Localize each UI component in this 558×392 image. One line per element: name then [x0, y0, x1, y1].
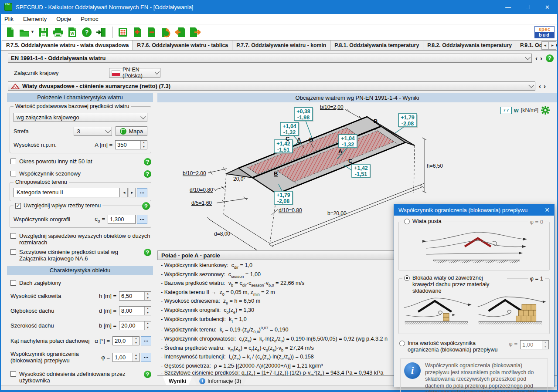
export-word-icon[interactable]: W [66, 26, 79, 39]
menu-opcje[interactable]: Opcje [56, 16, 71, 22]
tab-2[interactable]: P.7.7. Oddziaływanie wiatru - komin [232, 40, 330, 50]
menu-plik[interactable]: Plik [4, 16, 14, 22]
norm-help-icon[interactable]: ? [546, 54, 554, 62]
replace-position-icon[interactable] [160, 26, 173, 39]
return-period-row: Okres powrotu inny niż 50 lat ? [10, 158, 151, 166]
radio-custom-value[interactable] [399, 341, 405, 346]
annex-combo[interactable]: PN-EN (Polska) [109, 68, 160, 78]
norm-next-icon[interactable]: › [539, 54, 543, 62]
spinner-buttons[interactable]: ▲▼ [133, 337, 139, 345]
minimize-button[interactable]: — [498, 0, 518, 14]
tab-wyniki[interactable]: Wyniki [163, 376, 192, 385]
sunken-roof-checkbox[interactable] [10, 280, 16, 286]
orography-checkbox[interactable]: ✓ [15, 203, 21, 209]
dialog-info: i Współczynnik ograniczenia (blokowania)… [400, 358, 548, 392]
close-button[interactable]: ✕ [538, 0, 557, 14]
orography-symbol: co = [95, 216, 105, 223]
roof-icon [11, 83, 20, 90]
menu-pomoc[interactable]: Pomoc [81, 16, 98, 22]
season-factor-row: Współczynnik sezonowy ? [10, 170, 151, 178]
roof-angle-more-button[interactable]: ... [141, 336, 151, 345]
open-document-icon[interactable] [18, 26, 31, 39]
ref-height-checkbox[interactable] [10, 371, 16, 377]
calculator-icon[interactable] [116, 26, 129, 39]
blockage-input[interactable]: 1,00▲▼ [112, 353, 140, 362]
season-factor-checkbox[interactable] [10, 171, 16, 176]
tab-scroll-right-icon[interactable]: ► [549, 41, 556, 50]
menu-elementy[interactable]: Elementy [23, 16, 47, 22]
help-icon[interactable]: ? [144, 371, 151, 378]
custom-phi-input[interactable]: 1,00 ▲▼ [520, 340, 549, 349]
move-previous-icon[interactable] [174, 26, 187, 39]
terrain-category-field[interactable]: Kategoria terenu II [14, 188, 120, 197]
dialog-titlebar[interactable]: Współczynnik ograniczenia (blokowania) p… [394, 204, 554, 216]
calc-selector[interactable]: Wiaty dwuspadowe - ciśnienie sumaryczne … [8, 81, 535, 91]
spinner-buttons[interactable]: ▲▼ [133, 353, 139, 362]
move-next-icon[interactable] [188, 26, 201, 39]
toolbar: ▼ W ? spec bud [1, 24, 557, 40]
spinner-buttons[interactable]: ▲▼ [542, 341, 548, 349]
terrain-prev-icon[interactable]: ◄ [121, 188, 128, 197]
pressure-box-a-center: +1,04 -1,32 [339, 135, 358, 149]
legend-toggle-icon[interactable]: 7 7 [500, 107, 512, 114]
add-position-icon[interactable] [131, 26, 144, 39]
spinner-buttons[interactable]: ▲▼ [144, 292, 151, 300]
peak-pressure-checkbox[interactable] [10, 249, 16, 255]
norm-selector[interactable]: EN 1991-1-4 - Oddziaływania wiatru [8, 54, 532, 63]
radio-blocked-edge[interactable] [404, 275, 410, 281]
print-icon[interactable] [51, 26, 65, 39]
spinner-buttons[interactable]: ▲▼ [140, 141, 147, 149]
remove-position-icon[interactable] [145, 26, 158, 39]
help-icon[interactable]: ? [144, 249, 151, 256]
terrain-next-icon[interactable]: ► [129, 188, 136, 197]
spinner-buttons[interactable]: ▲▼ [144, 321, 151, 330]
depth-input[interactable]: 8,00▲▼ [119, 306, 151, 315]
blockage-more-button[interactable]: ... [141, 353, 151, 362]
height-input[interactable]: 6,50▲▼ [119, 291, 151, 301]
width-input[interactable]: 20,00▲▼ [119, 321, 151, 330]
input-panel: Położenie i charakterystyka wiatru Warto… [7, 93, 155, 385]
dim-d5: d/5=1,60 [191, 200, 212, 206]
help-icon[interactable]: ? [142, 202, 150, 210]
neighbors-checkbox[interactable] [10, 233, 16, 239]
calc-prev-icon[interactable]: ‹ [538, 82, 542, 90]
map-button[interactable]: Mapa [116, 126, 147, 136]
chevron-down-icon [525, 54, 531, 60]
tab-informacje[interactable]: i Informacje (3) [193, 376, 247, 385]
radio-empty-canopy[interactable] [404, 219, 410, 224]
spinner-buttons[interactable]: ▲▼ [144, 307, 151, 315]
zone-combo[interactable]: 3 [74, 127, 112, 136]
depth-label: Głębokość dachu [10, 308, 99, 314]
pressure-box-b-left: +1,79 -2,08 [274, 191, 293, 205]
gear-icon[interactable] [541, 105, 550, 115]
terrain-more-button[interactable]: ... [137, 188, 147, 197]
roof-angle-input[interactable]: 20,0▲▼ [112, 336, 140, 345]
tab-1[interactable]: P.7.6. Oddziaływanie wiatru - tablica [133, 40, 232, 50]
help-icon[interactable]: ? [144, 158, 151, 166]
dim-angle: 20,0° [233, 176, 245, 182]
tab-scroll-left-icon[interactable]: ◄ [541, 41, 549, 50]
return-period-checkbox[interactable] [10, 159, 16, 164]
height-label: Wysokość całkowita [10, 293, 99, 299]
tab-4[interactable]: P.8.2. Oddziaływania temperatury [423, 40, 516, 50]
maximize-button[interactable] [518, 0, 538, 14]
dialog-close-icon[interactable]: ✕ [544, 206, 550, 213]
svg-text:?: ? [85, 29, 89, 36]
exit-icon[interactable] [95, 26, 108, 39]
tab-3[interactable]: P.8.1. Oddziaływania temperatury [330, 40, 423, 50]
calc-next-icon[interactable]: › [543, 82, 547, 90]
tab-0[interactable]: P.7.5. Oddziaływanie wiatru - wiata dwus… [2, 40, 133, 51]
save-icon[interactable] [37, 26, 50, 39]
norm-prev-icon[interactable]: ‹ [534, 54, 538, 62]
group-roughness: Chropowatość terenu Kategoria terenu II … [10, 182, 151, 201]
altitude-input[interactable]: 350 ▲▼ [115, 140, 147, 149]
help-icon[interactable]: ? [80, 26, 93, 39]
orography-more-button[interactable]: ... [137, 215, 147, 224]
new-document-icon[interactable] [3, 26, 17, 39]
info-icon: i [404, 362, 421, 379]
velocity-source-combo[interactable]: wg załącznika krajowego [14, 113, 147, 122]
orography-input[interactable]: 1,300 [108, 215, 136, 224]
open-dropdown-caret[interactable]: ▼ [31, 30, 34, 34]
help-icon[interactable]: ? [144, 170, 151, 178]
poland-flag-icon [112, 70, 120, 76]
